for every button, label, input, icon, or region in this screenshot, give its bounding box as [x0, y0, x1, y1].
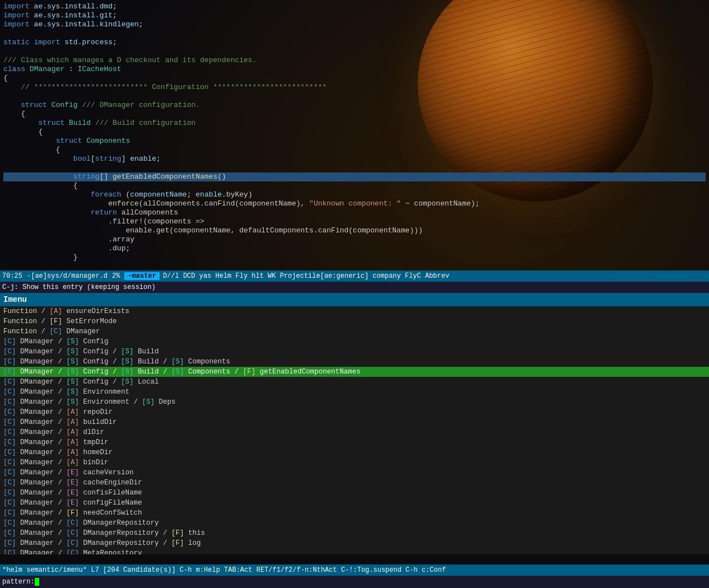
code-line: import ae.sys.install.dmd;: [3, 2, 706, 11]
code-line: /// Class which manages a D checkout and…: [3, 56, 706, 65]
code-line: enforce(allComponents.canFind(componentN…: [3, 199, 706, 208]
list-item[interactable]: [C] DManager / [S] Environment / [S] Dep…: [0, 397, 709, 407]
code-line: .dup;: [3, 244, 706, 253]
list-item[interactable]: [C] DManager / [E] confisFileName: [0, 488, 709, 498]
code-line: struct Components: [3, 137, 706, 146]
pattern-label: pattern:: [2, 578, 35, 586]
code-line: [3, 47, 706, 56]
code-line: {: [3, 181, 706, 190]
list-item[interactable]: [C] DManager / [C] DManagerRepository / …: [0, 528, 709, 538]
code-line: import ae.sys.install.kindlegen;: [3, 20, 706, 29]
status-rest: D//l DCD yas Helm Fly hlt WK Projectile[…: [163, 272, 449, 280]
code-line: struct Config /// DManager configuration…: [3, 101, 706, 110]
code-line: [3, 164, 706, 172]
list-item[interactable]: [C] DManager / [S] Config / [S] Build / …: [0, 357, 709, 367]
cj-prompt: C-j: Show this entry (keeping session): [0, 282, 709, 293]
cj-prompt-text: C-j: Show this entry (keeping session): [2, 283, 156, 291]
list-item[interactable]: [C] DManager / [C] DManagerRepository / …: [0, 538, 709, 548]
list-item[interactable]: [C] DManager / [S] Config / [S] Build / …: [0, 367, 709, 377]
status-bar: 70:25 -[ae]sys/d/manager.d 2% -master D/…: [0, 270, 709, 282]
status-percent: 2%: [112, 272, 120, 280]
code-line: bool[string] enable;: [3, 155, 706, 164]
list-item[interactable]: [C] DManager / [E] cacheVersion: [0, 468, 709, 478]
helm-status-text: *helm semantic/imenu* L7 [204 Candidate(…: [2, 566, 446, 574]
code-line: [3, 29, 706, 38]
code-line: foreach (componentName; enable.byKey): [3, 190, 706, 199]
list-item[interactable]: [C] DManager / [S] Config / [S] Local: [0, 377, 709, 387]
list-item[interactable]: [C] DManager / [E] configFileName: [0, 498, 709, 508]
git-branch: -master: [124, 272, 159, 280]
list-item[interactable]: Function / [C] DManager: [0, 326, 709, 337]
list-item[interactable]: [C] DManager / [C] MetaRepository: [0, 548, 709, 554]
code-line: struct Build /// Build configuration: [3, 119, 706, 128]
list-item[interactable]: Function / [A] ensureDirExists: [0, 306, 709, 316]
list-item[interactable]: [C] DManager / [A] dlDir: [0, 427, 709, 437]
helm-status-bar: *helm semantic/imenu* L7 [204 Candidate(…: [0, 564, 709, 576]
list-item[interactable]: [C] DManager / [A] homeDir: [0, 447, 709, 458]
code-line: enable.get(componentName, defaultCompone…: [3, 226, 706, 235]
code-line: [3, 262, 706, 271]
list-item[interactable]: [C] DManager / [A] tmpDir: [0, 437, 709, 447]
imenu-list[interactable]: Function / [A] ensureDirExistsFunction /…: [0, 306, 709, 554]
code-line: }: [3, 253, 706, 262]
code-line: import ae.sys.install.git;: [3, 11, 706, 20]
status-file: -[ae]sys/d/manager.d: [27, 272, 108, 280]
list-item[interactable]: [C] DManager / [E] cacheEngineDir: [0, 478, 709, 488]
code-line: // ************************** Configurat…: [3, 83, 706, 92]
list-item[interactable]: [C] DManager / [A] repoDir: [0, 407, 709, 417]
code-line: {: [3, 110, 706, 119]
code-line: {: [3, 146, 706, 155]
list-item[interactable]: [C] DManager / [S] Config / [S] Build: [0, 347, 709, 357]
list-item[interactable]: [C] DManager / [S] Config: [0, 337, 709, 347]
code-line: {: [3, 128, 706, 137]
imenu-panel[interactable]: Imenu Function / [A] ensureDirExistsFunc…: [0, 293, 709, 554]
cursor-position: 70:25: [2, 272, 22, 280]
code-line: {: [3, 74, 706, 83]
code-line: [3, 92, 706, 101]
list-item[interactable]: [C] DManager / [C] DManagerRepository: [0, 518, 709, 528]
code-line: return allComponents: [3, 208, 706, 217]
list-item[interactable]: [C] DManager / [A] binDir: [0, 458, 709, 468]
list-item[interactable]: Function / [F] SetErrorMode: [0, 316, 709, 326]
code-line: .filter!(components =>: [3, 217, 706, 226]
pattern-cursor: [35, 578, 39, 586]
code-line: string[] getEnabledComponentNames(): [3, 172, 706, 181]
pattern-bar[interactable]: pattern:: [0, 576, 709, 588]
list-item[interactable]: [C] DManager / [S] Environment: [0, 387, 709, 397]
list-item[interactable]: [C] DManager / [A] buildDir: [0, 417, 709, 427]
code-line: static import std.process;: [3, 38, 706, 47]
imenu-header: Imenu: [0, 293, 709, 306]
code-line: class DManager : ICacheHost: [3, 65, 706, 74]
code-editor: import ae.sys.install.dmd;import ae.sys.…: [0, 0, 709, 272]
code-line: .array: [3, 235, 706, 244]
list-item[interactable]: [C] DManager / [F] needConfSwitch: [0, 508, 709, 518]
